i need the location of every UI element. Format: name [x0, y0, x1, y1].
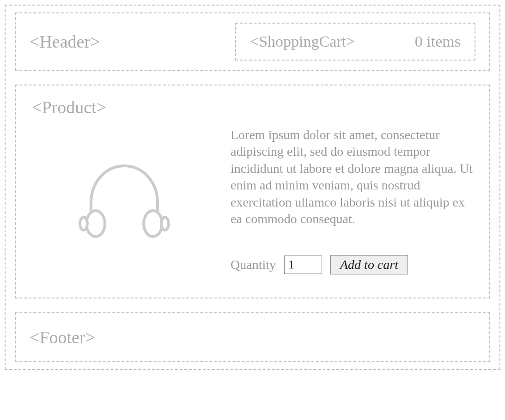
page-container: <Header> <ShoppingCart> 0 items <Product…: [5, 5, 500, 370]
product-body: Lorem ipsum dolor sit amet, consectetur …: [32, 127, 473, 274]
quantity-input[interactable]: [284, 256, 322, 274]
product-actions: Quantity Add to cart: [231, 255, 473, 274]
header-label: <Header>: [30, 31, 100, 52]
svg-point-0: [86, 211, 105, 237]
shopping-cart[interactable]: <ShoppingCart> 0 items: [235, 23, 475, 61]
footer: <Footer>: [15, 312, 490, 362]
shopping-cart-label: <ShoppingCart>: [250, 33, 355, 50]
product-section: <Product> Lorem ipsum dolor sit amet, co…: [15, 85, 490, 298]
product-details: Lorem ipsum dolor sit amet, consectetur …: [231, 127, 473, 274]
svg-point-2: [80, 217, 87, 230]
svg-point-3: [161, 217, 169, 230]
add-to-cart-button[interactable]: Add to cart: [330, 255, 408, 274]
product-label: <Product>: [32, 97, 473, 117]
svg-point-1: [144, 211, 162, 237]
product-image: [32, 127, 217, 274]
header: <Header> <ShoppingCart> 0 items: [15, 12, 490, 71]
product-description: Lorem ipsum dolor sit amet, consectetur …: [231, 127, 473, 227]
quantity-label: Quantity: [231, 257, 276, 272]
headphones-icon: [73, 159, 175, 242]
footer-label: <Footer>: [30, 327, 475, 347]
shopping-cart-count: 0 items: [415, 33, 461, 50]
